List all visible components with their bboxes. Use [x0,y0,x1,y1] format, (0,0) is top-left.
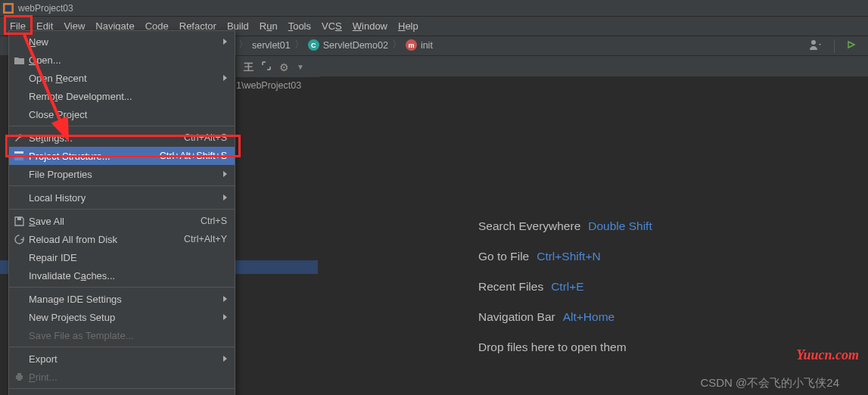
menu-separator [9,287,235,288]
menu-item-project-structure[interactable]: Project Structure...Ctrl+Alt+Shift+S [9,147,235,165]
class-icon: C [308,39,319,51]
menu-item-file-properties[interactable]: File Properties [9,165,235,183]
dropdown-icon[interactable]: ▼ [297,63,304,71]
separator [834,39,835,53]
hint-search: Search EverywhereDouble Shift [478,219,652,233]
collapse-icon[interactable]: 王 [244,61,254,74]
breadcrumb-item[interactable]: servlet01 [252,40,291,51]
title-bar: webProject03 [0,0,868,17]
menu-item-settings[interactable]: Settings...Ctrl+Alt+S [9,129,235,147]
menu-item-print: Print... [9,368,235,386]
menu-item-new[interactable]: New [9,33,235,51]
menu-item-reload[interactable]: Reload All from DiskCtrl+Alt+Y [9,230,235,248]
app-icon [3,3,14,14]
hint-drop-files: Drop files here to open them [478,341,652,354]
menu-item-save-all[interactable]: Save AllCtrl+S [9,212,235,230]
menu-item-local-history[interactable]: Local History [9,188,235,207]
breadcrumb[interactable]: 〉 servlet01 〉 C ServletDemo02 〉 m init [236,39,433,51]
menu-item-remote-dev[interactable]: Remote Development... [9,87,235,105]
hint-recent-files: Recent FilesCtrl+E [478,280,652,294]
menu-tools[interactable]: Tools [283,18,316,34]
wrench-icon [13,132,25,144]
menu-separator [9,126,235,126]
svg-rect-3 [14,151,23,154]
svg-rect-1 [5,5,12,11]
settings-icon[interactable]: ⚙ [279,61,289,73]
menu-item-open-recent[interactable]: Open Recent [9,69,235,87]
svg-rect-8 [17,378,21,381]
menu-item-open[interactable]: Open... [9,51,235,69]
menu-item-export[interactable]: Export [9,350,235,368]
editor-empty-hints: Search EverywhereDouble Shift Go to File… [478,219,652,354]
menu-separator [9,388,235,389]
menu-separator [9,185,235,186]
menu-item-repair-ide[interactable]: Repair IDE [9,248,235,266]
menu-item-new-projects-setup[interactable]: New Projects Setup [9,308,235,326]
toolbar-right [808,39,857,53]
menu-run[interactable]: Run [254,18,283,34]
build-icon[interactable] [845,39,857,53]
expand-icon[interactable] [261,61,272,73]
reload-icon [13,233,25,245]
menu-vcs[interactable]: VCS [316,18,347,34]
menu-item-power-save[interactable]: Power Save Mode [9,391,235,395]
watermark-yuucn: Yuucn.com [796,347,859,363]
file-path-fragment: 1\webProject03 [236,80,301,91]
save-icon [13,215,25,227]
editor-toolbar: 王 ⚙ ▼ [236,57,319,78]
svg-rect-4 [14,155,23,160]
menu-separator [9,347,235,347]
print-icon [13,371,25,383]
breadcrumb-item[interactable]: ServletDemo02 [323,40,388,51]
window-title: webProject03 [18,3,73,14]
hint-goto-file: Go to FileCtrl+Shift+N [478,250,652,263]
svg-rect-5 [17,217,21,220]
svg-rect-7 [17,373,21,375]
editor-toolbar-bg [236,56,868,77]
menu-item-close-project[interactable]: Close Project [9,105,235,123]
menu-help[interactable]: Help [393,18,424,34]
watermark-csdn: CSDN @不会飞的小飞侠24 [700,376,839,390]
menu-window[interactable]: Window [347,18,393,34]
method-icon: m [406,39,417,51]
menu-item-invalidate-caches[interactable]: Invalidate Caches... [9,266,235,285]
file-menu-dropdown: New Open... Open Recent Remote Developme… [8,30,235,395]
project-structure-icon [13,150,25,162]
user-dropdown-icon[interactable] [808,39,823,53]
menu-separator [9,209,235,210]
breadcrumb-item[interactable]: init [421,40,433,51]
hint-nav-bar: Navigation BarAlt+Home [478,310,652,324]
svg-point-2 [811,40,816,45]
menu-item-manage-ide-settings[interactable]: Manage IDE Settings [9,290,235,308]
menu-item-save-as-template: Save File as Template... [9,326,235,344]
folder-open-icon [13,54,25,66]
